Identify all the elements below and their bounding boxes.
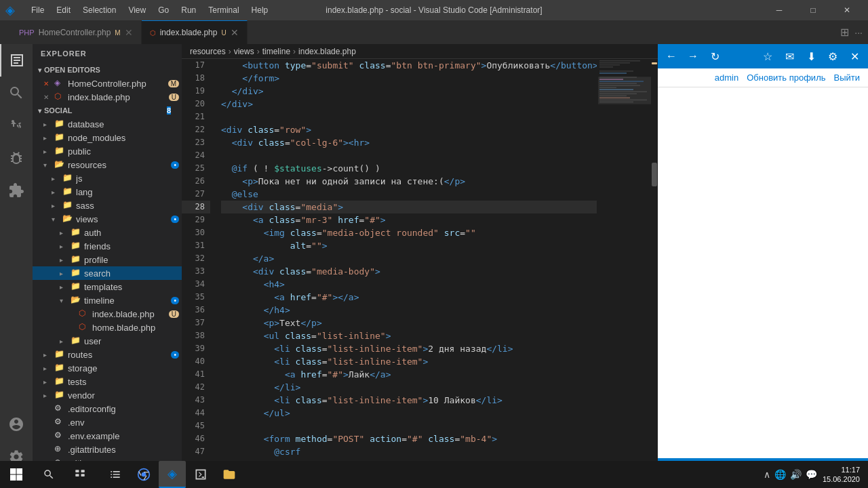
tab-index-blade[interactable]: ⬡ index.blade.php U ✕ xyxy=(142,20,248,44)
menu-go[interactable]: Go xyxy=(153,4,174,16)
terminal-taskbar-icon xyxy=(194,468,208,481)
folder-storage[interactable]: ▸ 📁 storage xyxy=(33,361,182,375)
activity-search[interactable] xyxy=(0,77,33,109)
mail-icon[interactable]: ✉ xyxy=(781,48,797,64)
menu-file[interactable]: File xyxy=(26,4,50,16)
split-editor-icon[interactable]: ⊞ xyxy=(840,26,849,39)
close-icon[interactable]: ✕ xyxy=(43,80,54,87)
refresh-icon[interactable]: ↻ xyxy=(707,48,723,64)
folder-search[interactable]: ▸ 📁 search xyxy=(33,266,182,280)
code-line-20: </div> xyxy=(221,98,597,110)
open-editors-header[interactable]: ▾ OPEN EDITORS xyxy=(33,63,182,77)
folder-public-label: public xyxy=(68,146,182,157)
folder-friends[interactable]: ▸ 📁 friends xyxy=(33,239,182,253)
menu-view[interactable]: View xyxy=(123,4,151,16)
open-editor-index[interactable]: ✕ ⬡ index.blade.php U xyxy=(33,90,182,104)
taskbar-vscode[interactable]: ◈ xyxy=(159,461,186,488)
open-editor-home[interactable]: ✕ ◈ HomeController.php M xyxy=(33,77,182,90)
menu-edit[interactable]: Edit xyxy=(51,4,76,16)
taskbar-taskview[interactable] xyxy=(66,461,94,488)
title-bar-left: ◈ File Edit Selection View Go Run Termin… xyxy=(5,3,273,18)
folder-database-icon: 📁 xyxy=(54,119,65,129)
close-button[interactable]: ✕ xyxy=(831,0,863,20)
taskbar-start-button[interactable] xyxy=(3,461,30,488)
folder-timeline[interactable]: ▾ 📂 timeline • xyxy=(33,293,182,307)
blade-icon: ⬡ xyxy=(54,92,65,102)
folder-public-arrow: ▸ xyxy=(43,148,54,155)
folder-profile[interactable]: ▸ 📁 profile xyxy=(33,253,182,266)
folder-views-arrow: ▾ xyxy=(52,216,62,223)
file-home-blade[interactable]: ⬡ home.blade.php xyxy=(33,321,182,334)
code-line-33: <div class="media-body"> xyxy=(221,265,597,278)
folder-database[interactable]: ▸ 📁 database xyxy=(33,117,182,131)
folder-auth[interactable]: ▸ 📁 auth xyxy=(33,226,182,239)
nav-admin[interactable]: admin xyxy=(715,73,738,83)
folder-routes[interactable]: ▸ 📁 routes • xyxy=(33,348,182,361)
folder-sass[interactable]: ▸ 📁 sass xyxy=(33,199,182,212)
folder-js[interactable]: ▸ 📁 js xyxy=(33,171,182,185)
star-icon[interactable]: ☆ xyxy=(760,48,776,64)
tray-network-icon[interactable]: 🌐 xyxy=(774,469,786,480)
scroll-marker-1 xyxy=(652,62,657,64)
editor-scrollbar[interactable] xyxy=(651,59,658,473)
nav-update-profile[interactable]: Обновить профиль xyxy=(747,73,825,83)
menu-run[interactable]: Run xyxy=(176,4,201,16)
tray-notification-icon[interactable]: 💬 xyxy=(806,469,817,480)
nav-logout[interactable]: Выйти xyxy=(834,73,861,83)
activity-debug[interactable] xyxy=(0,142,33,174)
maximize-button[interactable]: □ xyxy=(797,0,829,20)
activity-explorer[interactable] xyxy=(0,44,33,77)
taskbar-search[interactable] xyxy=(35,461,62,488)
file-env[interactable]: ⚙ .env xyxy=(33,415,182,429)
more-actions-icon[interactable]: ··· xyxy=(854,27,863,38)
folder-views[interactable]: ▾ 📂 views • xyxy=(33,212,182,226)
breadcrumb-timeline[interactable]: timeline xyxy=(262,47,290,56)
settings-gear-icon[interactable]: ⚙ xyxy=(825,48,841,64)
folder-lang[interactable]: ▸ 📁 lang xyxy=(33,185,182,199)
tab-close-home[interactable]: ✕ xyxy=(125,27,133,38)
scroll-thumb[interactable] xyxy=(652,163,657,186)
breadcrumb-resources[interactable]: resources xyxy=(190,47,226,56)
folder-tests[interactable]: ▸ 📁 tests xyxy=(33,375,182,388)
folder-user[interactable]: ▸ 📁 user xyxy=(33,334,182,348)
folder-templates-label: templates xyxy=(84,282,182,292)
file-env-example[interactable]: ⚙ .env.example xyxy=(33,429,182,443)
activity-source-control[interactable] xyxy=(0,109,33,142)
taskbar-terminal-icon[interactable] xyxy=(187,461,214,488)
taskbar-clock[interactable]: 11:17 15.06.2020 xyxy=(823,465,865,485)
menu-help[interactable]: Help xyxy=(246,4,274,16)
folder-node-modules[interactable]: ▸ 📁 node_modules xyxy=(33,131,182,144)
code-editor[interactable]: 17 18 19 20 21 22 23 24 25 26 27 28 29 3… xyxy=(182,59,658,473)
tab-home-controller[interactable]: PHP HomeController.php M ✕ xyxy=(11,20,142,44)
taskbar: ◈ ∧ 🌐 🔊 💬 11:17 15.06.2020 xyxy=(0,461,868,488)
tray-up-icon[interactable]: ∧ xyxy=(764,469,770,480)
taskbar-folder[interactable] xyxy=(216,461,243,488)
panel-close-icon[interactable]: ✕ xyxy=(846,48,863,64)
tab-close-index[interactable]: ✕ xyxy=(231,27,239,38)
forward-icon[interactable]: → xyxy=(685,48,701,64)
taskbar-chrome[interactable] xyxy=(130,461,157,488)
menu-terminal[interactable]: Terminal xyxy=(203,4,244,16)
file-gitattributes[interactable]: ⊕ .gitattributes xyxy=(33,443,182,456)
file-editorconfig[interactable]: ⚙ .editorconfig xyxy=(33,402,182,415)
back-icon[interactable]: ← xyxy=(663,48,679,64)
file-index-blade[interactable]: ⬡ index.blade.php U xyxy=(33,307,182,321)
menu-selection[interactable]: Selection xyxy=(77,4,121,16)
folder-public[interactable]: ▸ 📁 public xyxy=(33,144,182,158)
code-line-21 xyxy=(221,110,597,123)
tray-volume-icon[interactable]: 🔊 xyxy=(790,469,802,480)
social-header[interactable]: ▾ SOCIAL 8 xyxy=(33,104,182,117)
code-content[interactable]: <button type="submit" class="btn btn-pri… xyxy=(216,59,597,473)
folder-resources[interactable]: ▾ 📂 resources • xyxy=(33,158,182,171)
folder-templates[interactable]: ▸ 📁 templates xyxy=(33,280,182,293)
taskbar-explorer[interactable] xyxy=(102,461,129,488)
close-icon-2[interactable]: ✕ xyxy=(43,94,54,101)
folder-vendor[interactable]: ▸ 📁 vendor xyxy=(33,388,182,402)
download-icon[interactable]: ⬇ xyxy=(803,48,819,64)
activity-extensions[interactable] xyxy=(0,174,33,207)
breadcrumb-file[interactable]: index.blade.php xyxy=(298,47,356,56)
minimize-button[interactable]: ─ xyxy=(764,0,795,20)
activity-account[interactable] xyxy=(0,408,33,441)
breadcrumb-views[interactable]: views xyxy=(234,47,254,56)
ln-44: 44 xyxy=(182,407,210,420)
